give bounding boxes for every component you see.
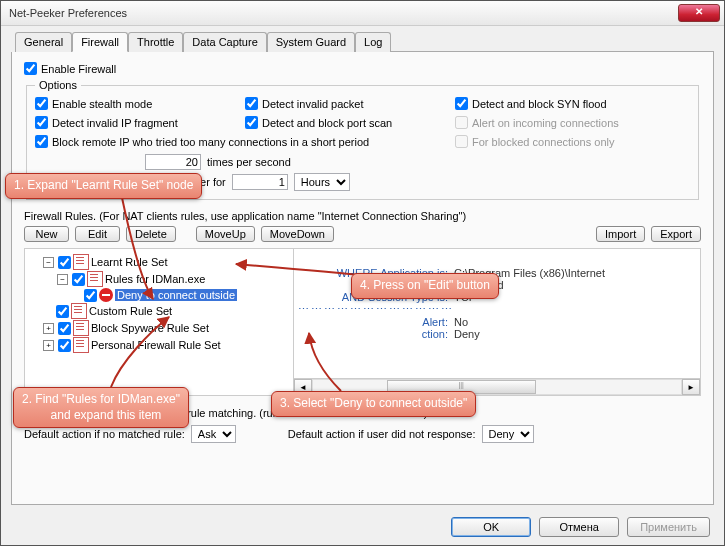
- default-norule-select[interactable]: Ask: [191, 425, 236, 443]
- expander-personal[interactable]: +: [43, 340, 54, 351]
- expander-idman[interactable]: −: [57, 274, 68, 285]
- invalid-ip-checkbox[interactable]: [35, 116, 48, 129]
- tab-general[interactable]: General: [15, 32, 72, 52]
- syn-flood-checkbox[interactable]: [455, 97, 468, 110]
- enable-firewall-label: Enable Firewall: [41, 63, 116, 75]
- personal-label: Personal Firewall Rule Set: [91, 339, 221, 351]
- tab-log[interactable]: Log: [355, 32, 391, 52]
- import-button[interactable]: Import: [596, 226, 645, 242]
- port-scan-checkbox[interactable]: [245, 116, 258, 129]
- times-label: times per second: [207, 156, 291, 168]
- annotation-3: 3. Select "Deny to connect outside": [271, 391, 476, 417]
- preferences-window: Net-Peeker Preferences ✕ General Firewal…: [0, 0, 725, 546]
- apply-button[interactable]: Применить: [627, 517, 710, 537]
- spyware-label: Block Spyware Rule Set: [91, 322, 209, 334]
- spyware-checkbox[interactable]: [58, 322, 71, 335]
- alert-incoming-label: Alert on incoming connections: [472, 117, 619, 129]
- cancel-button[interactable]: Отмена: [539, 517, 619, 537]
- times-input[interactable]: [145, 154, 201, 170]
- custom-checkbox[interactable]: [56, 305, 69, 318]
- deny-checkbox[interactable]: [84, 289, 97, 302]
- new-button[interactable]: New: [24, 226, 69, 242]
- default-noresp-label: Default action if user did not response:: [288, 428, 476, 440]
- enable-firewall-checkbox[interactable]: [24, 62, 37, 75]
- annotation-2: 2. Find "Rules for IDMan.exe" and expand…: [13, 387, 189, 428]
- close-button[interactable]: ✕: [678, 4, 720, 22]
- dots-row: ⋯⋯⋯⋯⋯⋯⋯⋯⋯⋯⋯⋯: [298, 303, 454, 316]
- annotation-1: 1. Expand "Learnt Rule Set" node: [5, 173, 202, 199]
- alert-label: Alert:: [298, 316, 454, 328]
- block-remote-label: Block remote IP who tried too many conne…: [52, 136, 369, 148]
- ruleset-icon: [71, 303, 87, 319]
- custom-label: Custom Rule Set: [89, 305, 172, 317]
- invalid-packet-checkbox[interactable]: [245, 97, 258, 110]
- ok-button[interactable]: OK: [451, 517, 531, 537]
- ruleset-icon: [73, 320, 89, 336]
- scroll-right-icon[interactable]: ►: [682, 379, 700, 395]
- action-label: ction:: [298, 328, 454, 340]
- port-scan-label: Detect and block port scan: [262, 117, 392, 129]
- block-remote-checkbox[interactable]: [35, 135, 48, 148]
- rule-tree[interactable]: − Learnt Rule Set −: [25, 249, 294, 395]
- delete-button[interactable]: Delete: [126, 226, 176, 242]
- deny-icon: [99, 288, 113, 302]
- tab-throttle[interactable]: Throttle: [128, 32, 183, 52]
- blocked-only-checkbox: [455, 135, 468, 148]
- personal-checkbox[interactable]: [58, 339, 71, 352]
- annotation-4: 4. Press on "Edit" button: [351, 273, 499, 299]
- idman-label: Rules for IDMan.exe: [105, 273, 205, 285]
- stealth-checkbox[interactable]: [35, 97, 48, 110]
- titlebar: Net-Peeker Preferences ✕: [1, 1, 724, 26]
- ruleset-icon: [87, 271, 103, 287]
- alert-val: No: [454, 316, 468, 328]
- learnt-label: Learnt Rule Set: [91, 256, 167, 268]
- tab-system-guard[interactable]: System Guard: [267, 32, 355, 52]
- rules-caption: Firewall Rules. (For NAT clients rules, …: [24, 210, 701, 222]
- ruleset-icon: [73, 337, 89, 353]
- moveup-button[interactable]: MoveUp: [196, 226, 255, 242]
- edit-button[interactable]: Edit: [75, 226, 120, 242]
- invalid-packet-label: Detect invalid packet: [262, 98, 364, 110]
- window-title: Net-Peeker Preferences: [9, 7, 127, 19]
- block-duration-unit[interactable]: Hours: [294, 173, 350, 191]
- tab-data-capture[interactable]: Data Capture: [183, 32, 266, 52]
- default-norule-label: Default action if no matched rule:: [24, 428, 185, 440]
- block-duration-input[interactable]: [232, 174, 288, 190]
- options-legend: Options: [35, 79, 81, 91]
- movedown-button[interactable]: MoveDown: [261, 226, 334, 242]
- learnt-checkbox[interactable]: [58, 256, 71, 269]
- ruleset-icon: [73, 254, 89, 270]
- expander-learnt[interactable]: −: [43, 257, 54, 268]
- expander-spyware[interactable]: +: [43, 323, 54, 334]
- default-noresp-select[interactable]: Deny: [482, 425, 534, 443]
- idman-checkbox[interactable]: [72, 273, 85, 286]
- tab-firewall[interactable]: Firewall: [72, 32, 128, 52]
- deny-outside-label[interactable]: Deny to connect outside: [115, 289, 237, 301]
- alert-incoming-checkbox: [455, 116, 468, 129]
- syn-flood-label: Detect and block SYN flood: [472, 98, 607, 110]
- blocked-only-label: For blocked connections only: [472, 136, 614, 148]
- stealth-label: Enable stealth mode: [52, 98, 152, 110]
- action-val: Deny: [454, 328, 480, 340]
- tab-strip: General Firewall Throttle Data Capture S…: [15, 32, 714, 52]
- rule-detail-pane: WHERE Application is:C:\Program Files (x…: [294, 249, 700, 395]
- export-button[interactable]: Export: [651, 226, 701, 242]
- invalid-ip-label: Detect invalid IP fragment: [52, 117, 178, 129]
